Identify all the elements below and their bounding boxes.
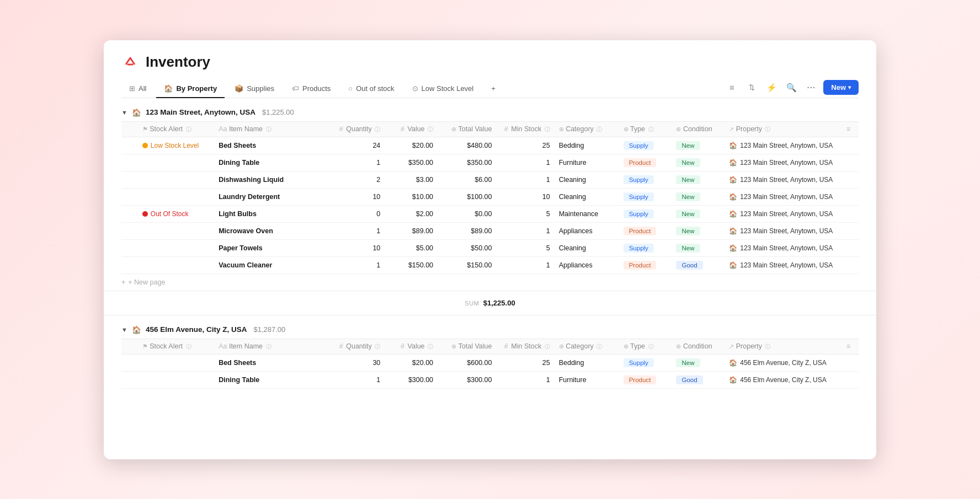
- drag-handle-cell: [121, 188, 138, 205]
- value-cell: $3.00: [385, 171, 438, 188]
- category-cell: Bedding: [555, 137, 619, 154]
- type-badge: Supply: [624, 358, 654, 367]
- low-stock-icon: ⊙: [412, 84, 418, 93]
- new-arrow-icon: ▾: [848, 84, 851, 90]
- property-icon: 🏠: [164, 84, 173, 93]
- condition-badge: New: [676, 175, 700, 184]
- condition-cell: New: [672, 222, 725, 239]
- type-cell: Supply: [619, 354, 672, 371]
- row-menu-cell: [842, 354, 859, 371]
- table-row[interactable]: Microwave Oven 1 $89.00 $89.00 1 Applian…: [121, 222, 859, 239]
- value-cell: $2.00: [385, 205, 438, 222]
- type-badge: Supply: [624, 175, 654, 184]
- tab-products-label: Products: [302, 84, 331, 93]
- quantity-cell: 10: [332, 188, 385, 205]
- property-home-icon: 🏠: [729, 142, 737, 149]
- property-cell-col: 🏠123 Main Street, Anytown, USA: [725, 188, 842, 205]
- content: ▼ 🏠 123 Main Street, Anytown, USA $1,225…: [104, 98, 876, 402]
- table-row[interactable]: Low Stock Level Bed Sheets 24 $20.00 $48…: [121, 137, 859, 154]
- item-name: Light Bulbs: [219, 210, 257, 218]
- property-home-icon: 🏠: [729, 227, 737, 235]
- stock-alert-low: Low Stock Level: [142, 142, 210, 149]
- table-row[interactable]: Laundry Detergent 10 $10.00 $100.00 10 C…: [121, 188, 859, 205]
- app-logo: [121, 53, 139, 71]
- quantity-cell: 0: [332, 205, 385, 222]
- tab-add-label: +: [491, 84, 496, 93]
- group1-header: ▼ 🏠 123 Main Street, Anytown, USA $1,225…: [121, 98, 859, 121]
- property-home-icon: 🏠: [729, 176, 737, 184]
- table-row[interactable]: Paper Towels 10 $5.00 $50.00 5 Cleaning …: [121, 239, 859, 256]
- group2-table: ⚑ Stock Alert ⓘ Aa Item Name ⓘ # Quantit…: [121, 339, 859, 389]
- property-home-icon: 🏠: [729, 359, 737, 367]
- drag-handle-cell: [121, 256, 138, 273]
- type-badge: Product: [624, 375, 657, 384]
- search-button[interactable]: 🔍: [784, 80, 799, 95]
- th-drag: [121, 121, 138, 137]
- table-row[interactable]: Out Of Stock Light Bulbs 0 $2.00 $0.00 5…: [121, 205, 859, 222]
- condition-cell: New: [672, 354, 725, 371]
- total-value-cell: $6.00: [438, 171, 496, 188]
- value-cell: $10.00: [385, 188, 438, 205]
- quantity-cell: 24: [332, 137, 385, 154]
- new-button[interactable]: New ▾: [823, 80, 859, 95]
- value-cell: $5.00: [385, 239, 438, 256]
- type-badge: Product: [624, 158, 657, 167]
- th2-quantity: # Quantity ⓘ: [332, 339, 385, 354]
- th-value-label: Value: [408, 125, 425, 133]
- table-row[interactable]: Dishwashing Liquid 2 $3.00 $6.00 1 Clean…: [121, 171, 859, 188]
- row-menu-cell: [842, 239, 859, 256]
- sum-value: $1,225.00: [483, 299, 515, 307]
- property-cell-col: 🏠123 Main Street, Anytown, USA: [725, 154, 842, 171]
- svg-rect-0: [121, 53, 139, 71]
- collapse-arrow-1[interactable]: ▼: [121, 109, 127, 116]
- property-address: 123 Main Street, Anytown, USA: [740, 159, 833, 167]
- table-row[interactable]: Dining Table 1 $350.00 $350.00 1 Furnitu…: [121, 154, 859, 171]
- type-badge: Product: [624, 261, 657, 270]
- filter-button[interactable]: ≡: [724, 80, 739, 95]
- tab-out-of-stock[interactable]: ○ Out of stock: [340, 80, 402, 98]
- value-cell: $20.00: [385, 354, 438, 371]
- th-quantity: # Quantity ⓘ: [332, 121, 385, 137]
- tab-all[interactable]: ⊞ All: [121, 80, 154, 98]
- title-row: Inventory: [121, 53, 859, 71]
- stock-alert-cell: [138, 171, 214, 188]
- group1-total: $1,225.00: [262, 108, 294, 116]
- min-stock-cell: 1: [496, 154, 554, 171]
- value-cell: $89.00: [385, 222, 438, 239]
- products-icon: 🏷: [292, 84, 299, 93]
- value-cell: $20.00: [385, 137, 438, 154]
- stock-alert-cell: Out Of Stock: [138, 205, 214, 222]
- th-stock-alert: ⚑ Stock Alert ⓘ: [138, 121, 214, 137]
- th2-drag: [121, 339, 138, 354]
- item-name-cell: Dining Table: [214, 154, 332, 171]
- collapse-arrow-2[interactable]: ▼: [121, 326, 127, 333]
- sort-button[interactable]: ⇅: [744, 80, 759, 95]
- th2-category: ⊕ Category ⓘ: [555, 339, 619, 354]
- group1-new-page[interactable]: + + New page: [121, 274, 859, 291]
- item-name-cell: Dining Table: [214, 371, 332, 388]
- total-value-cell: $150.00: [438, 256, 496, 273]
- tab-supplies[interactable]: 📦 Supplies: [227, 80, 282, 98]
- property-cell-col: 🏠123 Main Street, Anytown, USA: [725, 222, 842, 239]
- tab-low-stock[interactable]: ⊙ Low Stock Level: [404, 80, 482, 98]
- bolt-button[interactable]: ⚡: [764, 80, 779, 95]
- tab-products[interactable]: 🏷 Products: [284, 80, 338, 98]
- condition-badge: Good: [676, 261, 702, 270]
- table-row[interactable]: Vacuum Cleaner 1 $150.00 $150.00 1 Appli…: [121, 256, 859, 273]
- stock-alert-cell: Low Stock Level: [138, 137, 214, 154]
- low-dot: [142, 143, 148, 148]
- stock-alert-cell: [138, 154, 214, 171]
- new-page-label: + New page: [128, 278, 165, 286]
- tab-add[interactable]: +: [483, 80, 503, 98]
- group1-header-row: ⚑ Stock Alert ⓘ Aa Item Name ⓘ # Quantit…: [121, 121, 859, 137]
- th2-item-name-label: Item Name: [229, 342, 263, 350]
- row-menu-cell: [842, 154, 859, 171]
- property-address: 123 Main Street, Anytown, USA: [740, 142, 833, 149]
- property-cell: 🏠123 Main Street, Anytown, USA: [729, 142, 838, 149]
- tab-by-property[interactable]: 🏠 By Property: [156, 80, 225, 98]
- more-button[interactable]: ···: [803, 80, 819, 95]
- table-row[interactable]: Dining Table 1 $300.00 $300.00 1 Furnitu…: [121, 371, 859, 388]
- drag-handle-cell: [121, 205, 138, 222]
- page-title: Inventory: [146, 53, 210, 71]
- table-row[interactable]: Bed Sheets 30 $20.00 $600.00 25 Bedding …: [121, 354, 859, 371]
